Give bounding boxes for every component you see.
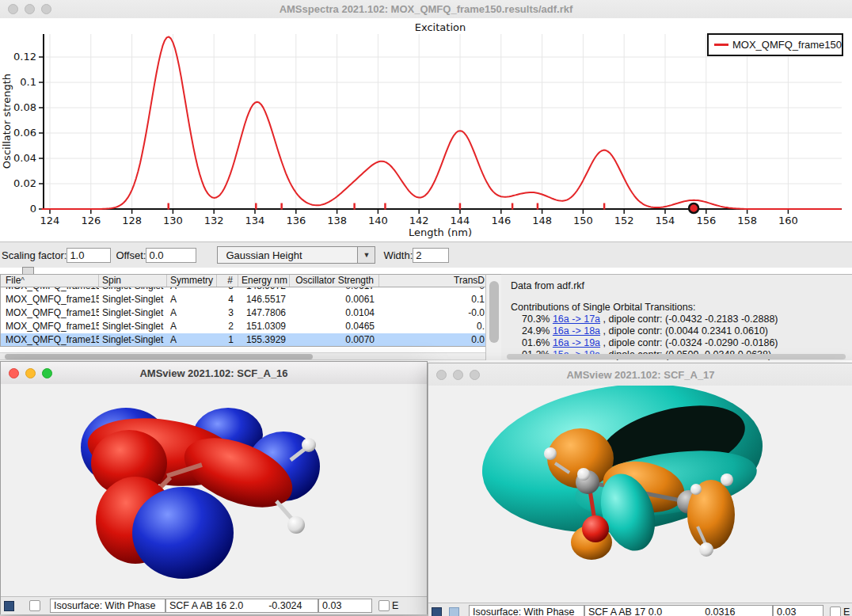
cell: 1 — [217, 333, 238, 347]
table-row[interactable]: MOX_QMFQ_frame150Singlet-SingletA5143.99… — [1, 287, 485, 293]
svg-text:0.12: 0.12 — [13, 51, 36, 63]
contribution-percent: 70.3% — [522, 314, 553, 325]
svg-text:Excitation: Excitation — [415, 21, 466, 33]
contribution-line: 70.3% 16a -> 17a , dipole contr: (-0.043… — [522, 314, 778, 325]
oxygen-atom — [582, 515, 609, 542]
statusbar-checkbox[interactable] — [29, 600, 40, 611]
cell: 0.0465 — [290, 320, 379, 333]
excitation-spectrum-plot[interactable]: 1241261281301321341361381401421441461481… — [0, 18, 852, 241]
isovalue-field[interactable]: 0.03 — [318, 599, 372, 613]
table-vscroll-thumb[interactable] — [489, 281, 499, 343]
hydrogen-atom — [287, 516, 305, 534]
broadening-dropdown[interactable]: Gaussian Height — [217, 246, 358, 264]
width-input[interactable] — [413, 248, 449, 263]
view16-titlebar[interactable]: AMSview 2021.102: SCF_A_16 — [1, 362, 427, 385]
cell: 0.0 — [379, 333, 485, 347]
svg-text:158: 158 — [737, 215, 757, 226]
minimize-button[interactable] — [453, 370, 463, 380]
statusbar-checkbox[interactable] — [830, 606, 841, 616]
table-header[interactable]: File^SpinSymmetry#Energy nmOscillator St… — [0, 274, 485, 287]
info-hscroll-thumb[interactable] — [507, 354, 846, 359]
contribution-line: 01.6% 16a -> 19a , dipole contr: (-0.032… — [522, 337, 778, 348]
svg-text:130: 130 — [163, 215, 183, 226]
svg-text:0.1: 0.1 — [20, 76, 36, 88]
transition-info-panel: Data from adf.rkf Contributions of Singl… — [501, 274, 852, 360]
svg-text:152: 152 — [614, 215, 634, 226]
column-header-energy-nm[interactable]: Energy nm — [238, 275, 290, 287]
cell: MOX_QMFQ_frame150 — [1, 333, 99, 347]
cell: A — [167, 306, 217, 320]
table-row[interactable]: MOX_QMFQ_frame150Singlet-SingletA1155.39… — [1, 333, 485, 347]
molecule-3d-view-scf17[interactable] — [428, 386, 852, 603]
scaling-factor-input[interactable] — [67, 248, 111, 263]
hydrogen-atom — [577, 468, 590, 481]
cell: 0.0070 — [290, 333, 379, 347]
window-title: AMSview 2021.102: SCF_A_16 — [139, 367, 287, 379]
contribution-line: 24.9% 16a -> 18a , dipole contr: (0.0044… — [522, 325, 768, 337]
close-button[interactable] — [9, 368, 19, 378]
close-button[interactable] — [8, 4, 18, 14]
table-vscrollbar[interactable] — [485, 274, 501, 360]
dipole-contribution-text: , dipole contr: (0.0044 0.2341 0.0610) — [600, 325, 768, 337]
column-header-symmetry[interactable]: Symmetry — [167, 275, 217, 287]
cell: 155.3929 — [238, 333, 290, 347]
color-swatch[interactable] — [432, 607, 442, 616]
svg-text:154: 154 — [656, 215, 675, 226]
color-swatch[interactable] — [4, 601, 14, 611]
offset-input[interactable] — [146, 248, 196, 263]
orbital-field[interactable]: SCF A AB 16 2.0 -0.3024 — [165, 599, 318, 613]
svg-text:0.04: 0.04 — [13, 152, 36, 164]
statusbar-checkbox[interactable] — [378, 600, 390, 611]
cell: 2 — [217, 320, 238, 333]
close-button[interactable] — [436, 370, 447, 380]
column-header-file[interactable]: File^ — [1, 275, 99, 287]
column-header-oscillator-strength[interactable]: Oscillator Strength — [290, 275, 379, 287]
cell: 0. — [379, 320, 485, 333]
column-header-transd[interactable]: TransD — [379, 275, 485, 287]
column-header-spin[interactable]: Spin — [99, 275, 167, 287]
table-hscroll-thumb[interactable] — [5, 354, 313, 359]
view17-titlebar[interactable]: AMSview 2021.102: SCF_A_17 — [428, 363, 852, 386]
info-source-line: Data from adf.rkf — [511, 280, 584, 291]
svg-text:128: 128 — [122, 215, 142, 226]
orbital-transition-link[interactable]: 16a -> 19a — [553, 337, 600, 348]
cell: 0.0617 — [290, 287, 379, 293]
cell: A — [167, 320, 217, 333]
zoom-button[interactable] — [470, 370, 480, 380]
table-row[interactable]: MOX_QMFQ_frame150Singlet-SingletA4146.55… — [1, 293, 485, 306]
info-heading: Contributions of Single Orbital Transiti… — [511, 302, 695, 313]
orbital-field[interactable]: SCF A AB 17 0.0 0.0316 — [584, 605, 773, 616]
table-row[interactable]: MOX_QMFQ_frame150Singlet-SingletA2151.03… — [1, 320, 485, 333]
color-swatch[interactable] — [449, 607, 459, 616]
molecule-3d-view-scf16[interactable] — [1, 384, 427, 596]
dipole-contribution-text: , dipole contr: (-0.0432 -0.2183 -0.2888… — [600, 314, 778, 325]
svg-text:136: 136 — [286, 215, 306, 226]
orbital-label: SCF A AB 16 2.0 — [169, 600, 243, 611]
table-row[interactable]: MOX_QMFQ_frame150Singlet-SingletA3147.78… — [1, 306, 485, 320]
cell: 0 — [379, 287, 485, 293]
cell: 146.5517 — [238, 293, 290, 306]
minimize-button[interactable] — [25, 368, 36, 378]
minimize-button[interactable] — [25, 4, 35, 14]
view16-statusbar: Isosurface: With Phase SCF A AB 16 2.0 -… — [1, 596, 427, 614]
spectra-titlebar[interactable]: AMSspectra 2021.102: MOX_QMFQ_frame150.r… — [0, 0, 852, 19]
cell: MOX_QMFQ_frame150 — [1, 293, 99, 306]
amsview-scf-a-17-window: AMSview 2021.102: SCF_A_17 — [428, 363, 852, 616]
view17-statusbar: Isosurface: With Phase SCF A AB 17 0.0 0… — [428, 603, 852, 616]
hydrogen-atom — [544, 447, 557, 460]
svg-text:132: 132 — [204, 215, 224, 226]
isovalue-field[interactable]: 0.03 — [773, 605, 823, 616]
zoom-button[interactable] — [42, 368, 52, 378]
orbital-transition-link[interactable]: 16a -> 17a — [553, 314, 600, 325]
isosurface-mode-field[interactable]: Isosurface: With Phase — [50, 599, 165, 613]
svg-text:0.02: 0.02 — [13, 177, 36, 189]
svg-text:126: 126 — [81, 215, 101, 226]
cell: A — [167, 293, 217, 306]
column-header--[interactable]: # — [217, 275, 238, 287]
zoom-button[interactable] — [41, 4, 51, 14]
isosurface-mode-field[interactable]: Isosurface: With Phase — [469, 605, 584, 616]
chevron-down-icon[interactable]: ▼ — [358, 246, 375, 264]
orbital-transition-link[interactable]: 16a -> 18a — [553, 325, 600, 337]
svg-text:156: 156 — [696, 215, 716, 226]
table-hscrollbar[interactable] — [0, 352, 485, 360]
